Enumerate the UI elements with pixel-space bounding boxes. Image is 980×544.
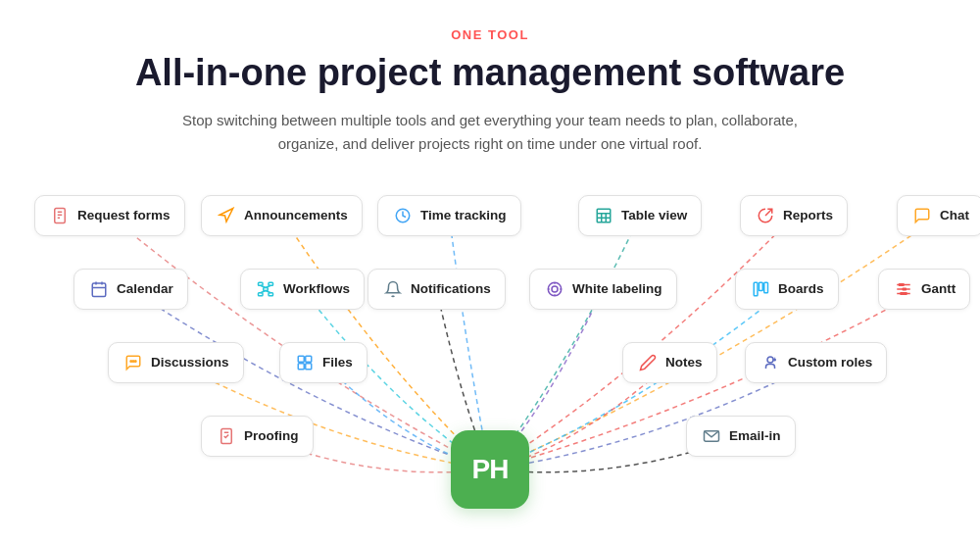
svg-rect-36 <box>903 287 907 290</box>
feature-chip-reports[interactable]: Reports <box>740 195 848 236</box>
svg-line-20 <box>266 285 270 287</box>
custom-roles-icon <box>760 352 781 373</box>
chat-label: Chat <box>940 208 969 223</box>
boards-icon <box>750 278 771 300</box>
feature-chip-time-tracking[interactable]: Time tracking <box>377 195 521 236</box>
notifications-icon <box>382 278 404 300</box>
files-icon <box>294 352 316 373</box>
email-in-icon <box>701 425 722 447</box>
svg-rect-42 <box>306 356 312 362</box>
time-tracking-label: Time tracking <box>420 208 507 223</box>
workflows-label: Workflows <box>283 281 350 296</box>
svg-point-38 <box>130 360 132 362</box>
proofing-label: Proofing <box>244 428 299 443</box>
boards-label: Boards <box>778 281 824 296</box>
gantt-icon <box>893 278 914 300</box>
svg-rect-31 <box>764 282 768 293</box>
email-in-label: Email-in <box>729 428 781 443</box>
svg-rect-37 <box>900 292 907 295</box>
gantt-label: Gantt <box>921 281 956 296</box>
custom-roles-label: Custom roles <box>788 355 872 370</box>
page: ONE TOOL All-in-one project management s… <box>0 0 980 544</box>
feature-chip-announcements[interactable]: Announcements <box>201 195 363 236</box>
feature-chip-request-forms[interactable]: Request forms <box>34 195 185 236</box>
feature-chip-notes[interactable]: Notes <box>622 342 717 383</box>
feature-chip-email-in[interactable]: Email-in <box>686 416 796 457</box>
svg-rect-10 <box>92 283 106 297</box>
feature-chip-files[interactable]: Files <box>279 342 368 383</box>
svg-rect-29 <box>754 282 758 296</box>
svg-rect-44 <box>306 363 312 369</box>
svg-point-39 <box>132 360 134 362</box>
discussions-label: Discussions <box>151 355 229 370</box>
svg-rect-18 <box>269 292 273 295</box>
chat-icon <box>911 205 933 226</box>
notifications-label: Notifications <box>411 281 491 296</box>
files-label: Files <box>322 355 353 370</box>
svg-rect-15 <box>269 282 273 285</box>
svg-point-23 <box>552 286 558 292</box>
feature-chip-gantt[interactable]: Gantt <box>878 269 970 310</box>
svg-rect-35 <box>899 283 905 286</box>
svg-line-21 <box>261 290 266 292</box>
feature-chip-calendar[interactable]: Calendar <box>74 269 188 310</box>
svg-line-19 <box>261 285 266 287</box>
subtitle: Stop switching between multiple tools an… <box>157 109 823 156</box>
svg-rect-41 <box>298 356 304 362</box>
svg-point-40 <box>135 360 137 362</box>
features-area: Request formsAnnouncementsTime trackingT… <box>20 185 960 519</box>
request-forms-label: Request forms <box>77 208 171 223</box>
feature-chip-workflows[interactable]: Workflows <box>240 269 365 310</box>
feature-chip-proofing[interactable]: Proofing <box>201 416 314 457</box>
feature-chip-white-labeling[interactable]: White labeling <box>529 269 677 310</box>
request-forms-icon <box>49 205 71 226</box>
feature-chip-custom-roles[interactable]: Custom roles <box>745 342 887 383</box>
svg-rect-43 <box>298 363 304 369</box>
svg-line-22 <box>266 290 270 292</box>
feature-chip-table-view[interactable]: Table view <box>578 195 702 236</box>
workflows-icon <box>255 278 276 300</box>
svg-rect-30 <box>760 282 763 290</box>
svg-rect-14 <box>259 282 264 285</box>
white-labeling-label: White labeling <box>572 281 662 296</box>
notes-label: Notes <box>665 355 703 370</box>
calendar-icon <box>88 278 110 300</box>
proofing-icon <box>216 425 237 447</box>
center-logo: PH <box>451 430 529 509</box>
main-title: All-in-one project management software <box>135 52 845 95</box>
announcements-label: Announcements <box>244 208 348 223</box>
reports-label: Reports <box>783 208 833 223</box>
badge: ONE TOOL <box>451 27 529 42</box>
white-labeling-icon <box>544 278 565 300</box>
feature-chip-notifications[interactable]: Notifications <box>368 269 506 310</box>
discussions-icon <box>122 352 144 373</box>
table-view-icon <box>593 205 614 226</box>
svg-rect-17 <box>259 292 264 295</box>
reports-icon <box>755 205 776 226</box>
table-view-label: Table view <box>621 208 687 223</box>
svg-point-46 <box>773 358 776 361</box>
svg-point-45 <box>767 357 773 363</box>
announcements-icon <box>216 205 237 226</box>
feature-chip-boards[interactable]: Boards <box>735 269 839 310</box>
svg-point-24 <box>548 282 562 296</box>
calendar-label: Calendar <box>117 281 173 296</box>
notes-icon <box>637 352 659 373</box>
feature-chip-discussions[interactable]: Discussions <box>108 342 244 383</box>
svg-rect-16 <box>264 287 269 290</box>
time-tracking-icon <box>392 205 414 226</box>
feature-chip-chat[interactable]: Chat <box>897 195 980 236</box>
svg-rect-5 <box>597 209 611 223</box>
